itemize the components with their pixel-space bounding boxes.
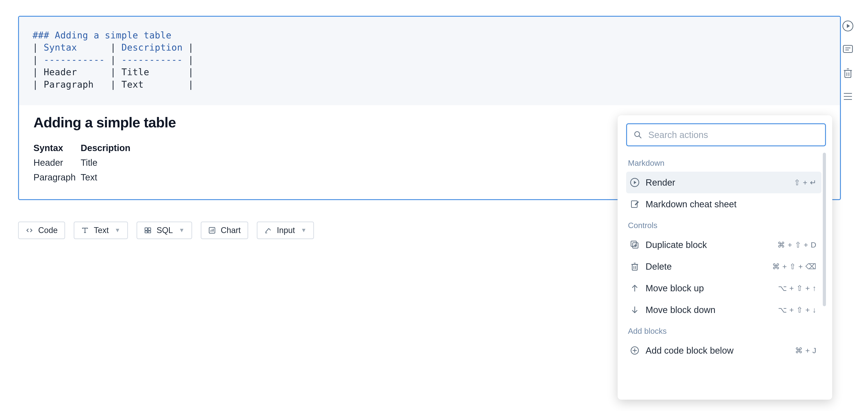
preview-table: Syntax Description Header Title Paragrap…: [33, 141, 135, 185]
add-text-button[interactable]: Text ▼: [74, 221, 128, 239]
trash-icon: [630, 262, 640, 271]
group-label: Add blocks: [628, 327, 822, 336]
chart-icon: [208, 227, 216, 234]
markdown-source[interactable]: ### Adding a simple table | Syntax | Des…: [19, 17, 840, 105]
doc-edit-icon: [630, 199, 640, 209]
add-sql-button[interactable]: SQL ▼: [136, 221, 192, 239]
button-label: Code: [38, 226, 58, 235]
source-line: | Header | Title |: [33, 67, 194, 77]
action-shortcut: ⌘ + ⇧ + D: [777, 240, 816, 249]
arrow-down-icon: [630, 305, 640, 315]
action-shortcut: ⌘ + ⇧ + ⌫: [772, 262, 817, 271]
table-cell: Text: [81, 170, 135, 185]
action-move-down[interactable]: Move block down ⌥ + ⇧ + ↓: [626, 299, 822, 321]
action-markdown-cheatsheet[interactable]: Markdown cheat sheet: [626, 193, 822, 215]
table-header: Syntax: [33, 141, 81, 156]
group-label: Markdown: [628, 159, 822, 168]
comment-button[interactable]: [842, 43, 854, 56]
source-line: | Syntax | Description |: [33, 42, 194, 53]
plus-circle-icon: [630, 345, 640, 355]
chevron-down-icon: ▼: [301, 227, 307, 234]
action-shortcut: ⌥ + ⇧ + ↑: [778, 284, 817, 293]
action-move-up[interactable]: Move block up ⌥ + ⇧ + ↑: [626, 277, 822, 299]
action-label: Move block down: [646, 305, 772, 315]
chevron-down-icon: ▼: [115, 227, 121, 234]
action-label: Duplicate block: [646, 240, 772, 250]
action-shortcut: ⌘ + J: [795, 346, 816, 355]
search-actions-field[interactable]: [626, 123, 826, 146]
delete-button[interactable]: [842, 67, 854, 79]
menu-button[interactable]: [842, 90, 854, 103]
block-side-rail: [842, 20, 854, 103]
button-label: Chart: [221, 226, 241, 235]
table-row: Paragraph Text: [33, 170, 135, 185]
action-label: Render: [646, 177, 788, 188]
duplicate-icon: [630, 240, 640, 250]
scrollbar[interactable]: [823, 153, 826, 306]
sql-icon: [144, 227, 152, 234]
action-label: Add code block below: [646, 345, 789, 356]
table-cell: Header: [33, 156, 81, 170]
pencil-icon: [264, 227, 272, 234]
table-cell: Title: [81, 156, 135, 170]
table-row: Header Title: [33, 156, 135, 170]
button-label: Input: [277, 226, 295, 235]
action-label: Delete: [646, 262, 766, 272]
source-line: ### Adding a simple table: [33, 30, 172, 40]
action-delete[interactable]: Delete ⌘ + ⇧ + ⌫: [626, 255, 822, 277]
table-row: Syntax Description: [33, 141, 135, 156]
action-label: Markdown cheat sheet: [646, 199, 811, 209]
group-label: Controls: [628, 221, 822, 230]
code-icon: [26, 227, 33, 234]
search-input[interactable]: [648, 130, 819, 140]
table-header: Description: [81, 141, 135, 156]
button-label: SQL: [157, 226, 173, 235]
search-icon: [633, 130, 643, 139]
run-button[interactable]: [842, 20, 854, 32]
text-icon: [81, 227, 89, 234]
source-line: | ----------- | ----------- |: [33, 55, 194, 65]
action-label: Move block up: [646, 283, 772, 293]
chevron-down-icon: ▼: [179, 227, 185, 234]
actions-popover: Markdown Render ⇧ + ↵ Markdown cheat she…: [618, 115, 832, 400]
action-render[interactable]: Render ⇧ + ↵: [626, 172, 822, 193]
action-duplicate-block[interactable]: Duplicate block ⌘ + ⇧ + D: [626, 234, 822, 255]
add-code-button[interactable]: Code: [18, 221, 65, 239]
add-chart-button[interactable]: Chart: [201, 221, 248, 239]
source-line: | Paragraph | Text |: [33, 79, 194, 90]
button-label: Text: [94, 226, 109, 235]
action-shortcut: ⌥ + ⇧ + ↓: [778, 305, 817, 314]
play-icon: [630, 177, 640, 187]
action-add-code-below[interactable]: Add code block below ⌘ + J: [626, 340, 822, 361]
action-shortcut: ⇧ + ↵: [794, 178, 816, 187]
table-cell: Paragraph: [33, 170, 81, 185]
add-input-button[interactable]: Input ▼: [257, 221, 314, 239]
arrow-up-icon: [630, 283, 640, 293]
